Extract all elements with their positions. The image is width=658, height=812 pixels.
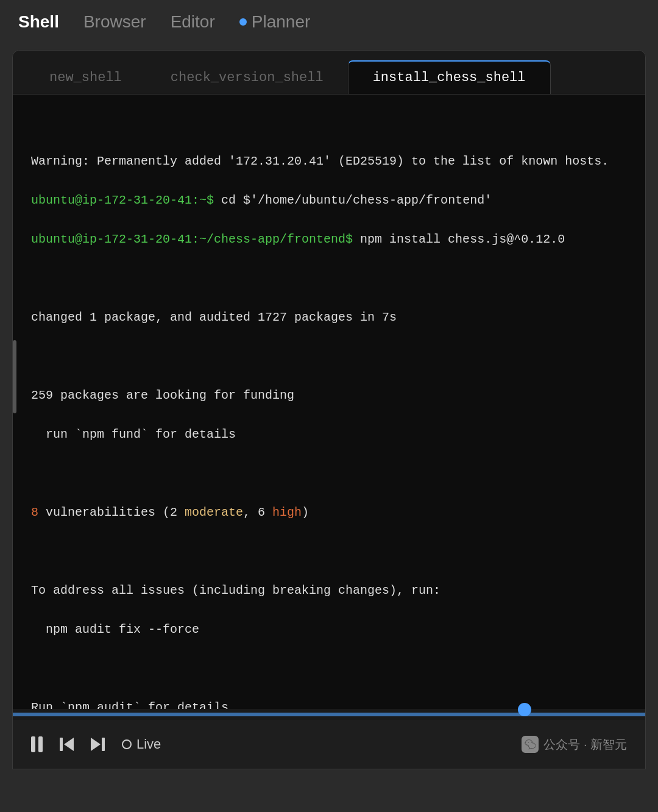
skip-back-button[interactable] bbox=[60, 738, 74, 751]
progress-bar-track[interactable] bbox=[13, 713, 645, 716]
planner-dot-icon bbox=[239, 18, 247, 26]
terminal-line-8: npm audit fix --force bbox=[31, 620, 627, 639]
terminal-line-7: To address all issues (including breakin… bbox=[31, 581, 627, 600]
terminal-line-blank-2 bbox=[31, 347, 627, 366]
terminal-line-blank-5 bbox=[31, 659, 627, 678]
skip-forward-icon bbox=[91, 738, 105, 751]
tab-new-shell[interactable]: new_shell bbox=[25, 62, 146, 94]
live-label: Live bbox=[136, 736, 161, 752]
skip-forward-button[interactable] bbox=[91, 738, 105, 751]
terminal-area[interactable]: Warning: Permanently added '172.31.20.41… bbox=[13, 94, 645, 709]
progress-knob[interactable] bbox=[518, 703, 531, 716]
nav-shell[interactable]: Shell bbox=[18, 7, 59, 37]
watermark-text: 公众号 · 新智元 bbox=[543, 736, 627, 753]
terminal-line-5: 259 packages are looking for funding bbox=[31, 386, 627, 405]
pause-button[interactable] bbox=[31, 736, 43, 752]
terminal-line-3: ubuntu@ip-172-31-20-41:~/chess-app/front… bbox=[31, 230, 627, 249]
tab-bar: new_shell check_version_shell install_ch… bbox=[13, 51, 645, 94]
scrollbar[interactable] bbox=[13, 340, 16, 413]
progress-bar-container[interactable] bbox=[13, 709, 645, 720]
wechat-icon bbox=[522, 736, 539, 753]
terminal-line-1: Warning: Permanently added '172.31.20.41… bbox=[31, 152, 627, 171]
live-button[interactable]: Live bbox=[122, 736, 161, 752]
main-container: new_shell check_version_shell install_ch… bbox=[12, 50, 646, 769]
watermark: 公众号 · 新智元 bbox=[522, 736, 627, 753]
pause-bar-left bbox=[31, 736, 35, 752]
terminal-content: Warning: Permanently added '172.31.20.41… bbox=[31, 113, 627, 709]
terminal-line-6: run `npm fund` for details bbox=[31, 425, 627, 444]
controls-left: Live bbox=[31, 736, 161, 752]
live-circle-icon bbox=[122, 739, 132, 749]
nav-browser[interactable]: Browser bbox=[83, 7, 146, 37]
tab-install-chess-shell[interactable]: install_chess_shell bbox=[348, 60, 551, 94]
terminal-line-9: Run `npm audit` for details. bbox=[31, 698, 627, 709]
progress-bar-fill bbox=[13, 713, 512, 716]
nav-planner[interactable]: Planner bbox=[239, 7, 311, 37]
nav-editor[interactable]: Editor bbox=[171, 7, 215, 37]
pause-bar-right bbox=[38, 736, 43, 752]
tab-check-version-shell[interactable]: check_version_shell bbox=[146, 62, 348, 94]
terminal-line-blank-4 bbox=[31, 542, 627, 561]
terminal-line-vuln: 8 vulnerabilities (2 moderate, 6 high) bbox=[31, 503, 627, 522]
terminal-line-2: ubuntu@ip-172-31-20-41:~$ cd $'/home/ubu… bbox=[31, 191, 627, 210]
bottom-controls: Live 公众号 · 新智元 bbox=[13, 720, 645, 769]
terminal-line-4: changed 1 package, and audited 1727 pack… bbox=[31, 308, 627, 327]
skip-back-icon bbox=[60, 738, 74, 751]
terminal-line-blank-1 bbox=[31, 269, 627, 288]
terminal-line-blank-3 bbox=[31, 464, 627, 483]
pause-icon bbox=[31, 736, 43, 752]
top-navigation: Shell Browser Editor Planner bbox=[0, 0, 658, 44]
